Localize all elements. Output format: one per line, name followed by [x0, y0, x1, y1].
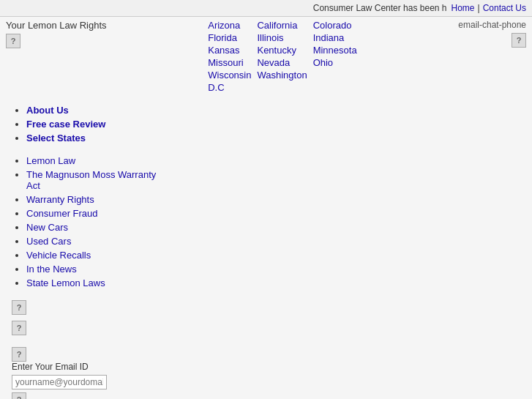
- state-nevada[interactable]: Nevada: [257, 57, 307, 68]
- primary-navigation: About Us Free case Review Select States: [12, 105, 158, 143]
- left-sidebar: About Us Free case Review Select States …: [12, 105, 158, 399]
- header-left: Your Lemon Law Rights ?: [6, 20, 107, 48]
- state-missouri[interactable]: Missouri: [208, 57, 251, 68]
- used-cars-link[interactable]: Used Cars: [26, 236, 71, 247]
- tagline: Consumer Law Center has been h: [313, 3, 447, 13]
- email-section: ? Enter Your Email ID ?: [12, 347, 158, 399]
- secondary-navigation: Lemon Law The Magnuson Moss Warranty Act…: [12, 155, 158, 288]
- state-indiana[interactable]: Indiana: [313, 32, 357, 43]
- state-florida[interactable]: Florida: [208, 32, 251, 43]
- sidebar-icon-1: ?: [12, 300, 26, 315]
- home-link[interactable]: Home: [452, 3, 475, 13]
- state-dc[interactable]: D.C: [208, 82, 224, 93]
- sidebar-icon-3: ?: [12, 347, 26, 362]
- header-center: Arizona California Colorado Florida Illi…: [208, 20, 356, 93]
- nav-item-in-the-news: In the News: [26, 264, 158, 275]
- nav-item-new-cars: New Cars: [26, 222, 158, 233]
- state-lemon-laws-link[interactable]: State Lemon Laws: [26, 277, 105, 288]
- nav-item-lemon-law: Lemon Law: [26, 155, 158, 166]
- header-icon-2: ?: [512, 33, 526, 48]
- contact-link[interactable]: Contact Us: [483, 3, 526, 13]
- header-icon-1: ?: [6, 34, 20, 48]
- nav-item-case-review: Free case Review: [26, 119, 158, 130]
- state-colorado[interactable]: Colorado: [313, 20, 357, 31]
- lemon-law-link[interactable]: Lemon Law: [26, 155, 75, 166]
- state-kentucky[interactable]: Kentucky: [257, 45, 307, 56]
- states-navigation: Arizona California Colorado Florida Illi…: [208, 20, 356, 81]
- consumer-fraud-link[interactable]: Consumer Fraud: [26, 208, 98, 219]
- vehicle-recalls-link[interactable]: Vehicle Recalls: [26, 250, 91, 261]
- nav-item-vehicle-recalls: Vehicle Recalls: [26, 250, 158, 261]
- header-right: email-chat-phone ?: [458, 20, 526, 48]
- nav-item-magnuson: The Magnuson Moss Warranty Act: [26, 169, 158, 191]
- sidebar-icon-4: ?: [12, 392, 26, 399]
- nav-item-warranty: Warranty Rights: [26, 194, 158, 205]
- state-california[interactable]: California: [257, 20, 307, 31]
- new-cars-link[interactable]: New Cars: [26, 222, 68, 233]
- state-washington[interactable]: Washington: [257, 70, 307, 81]
- nav-item-state-lemon-laws: State Lemon Laws: [26, 277, 158, 288]
- main-content: About Us Free case Review Select States …: [0, 99, 532, 399]
- state-illinois[interactable]: Illinois: [257, 32, 307, 43]
- nav-item-consumer-fraud: Consumer Fraud: [26, 208, 158, 219]
- free-case-review-link[interactable]: Free case Review: [26, 119, 105, 130]
- site-title: Your Lemon Law Rights: [6, 20, 107, 31]
- state-wisconsin[interactable]: Wisconsin: [208, 70, 251, 81]
- top-bar: Consumer Law Center has been h Home | Co…: [0, 0, 532, 17]
- state-minnesota[interactable]: Minnesota: [313, 45, 357, 56]
- nav-item-used-cars: Used Cars: [26, 236, 158, 247]
- top-nav-links: Home | Contact Us: [452, 3, 527, 13]
- contact-info: email-chat-phone: [458, 20, 526, 30]
- nav-item-about: About Us: [26, 105, 158, 116]
- email-label: Enter Your Email ID: [12, 362, 158, 372]
- about-us-link[interactable]: About Us: [26, 105, 69, 116]
- magnuson-moss-link[interactable]: The Magnuson Moss Warranty Act: [26, 169, 156, 191]
- sidebar-bottom: ? ? ? Enter Your Email ID ?: [12, 300, 158, 399]
- state-ohio[interactable]: Ohio: [313, 57, 357, 68]
- nav-item-select-states: Select States: [26, 133, 158, 143]
- warranty-rights-link[interactable]: Warranty Rights: [26, 194, 94, 205]
- email-input[interactable]: [12, 375, 107, 389]
- sidebar-icon-2: ?: [12, 321, 26, 335]
- state-arizona[interactable]: Arizona: [208, 20, 251, 31]
- nav-separator: |: [478, 3, 480, 13]
- state-kansas[interactable]: Kansas: [208, 45, 251, 56]
- in-the-news-link[interactable]: In the News: [26, 264, 77, 275]
- header-area: Your Lemon Law Rights ? Arizona Californ…: [0, 17, 532, 99]
- select-states-link[interactable]: Select States: [26, 133, 86, 143]
- dc-link-container: D.C: [208, 82, 224, 93]
